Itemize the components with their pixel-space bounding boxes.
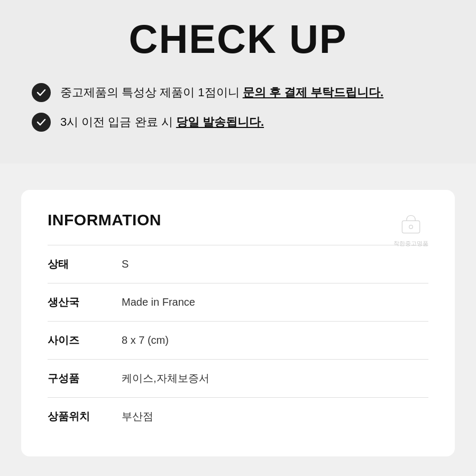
page-title: CHECK UP	[32, 16, 444, 62]
info-value-origin: Made in France	[122, 296, 195, 308]
info-label-status: 상태	[48, 257, 122, 271]
info-value-size: 8 x 7 (cm)	[122, 334, 169, 346]
info-row-components: 구성품 케이스,자체보증서	[48, 359, 428, 397]
check-item-1-text: 중고제품의 특성상 제품이 1점이니 문의 후 결제 부탁드립니다.	[60, 85, 383, 101]
info-label-components: 구성품	[48, 371, 122, 386]
info-value-location: 부산점	[122, 409, 153, 424]
info-label-location: 상품위치	[48, 409, 122, 424]
info-row-status: 상태 S	[48, 245, 428, 283]
checkmark-icon-2	[32, 113, 51, 132]
check-items-list: 중고제품의 특성상 제품이 1점이니 문의 후 결제 부탁드립니다. 3시 이전…	[32, 83, 444, 132]
info-row-size: 사이즈 8 x 7 (cm)	[48, 321, 428, 359]
info-table: 상태 S 생산국 Made in France 사이즈 8 x 7 (cm) 구…	[48, 245, 428, 435]
info-label-size: 사이즈	[48, 333, 122, 347]
svg-point-1	[409, 225, 413, 229]
brand-watermark: 착한중고명품	[393, 211, 428, 247]
info-row-location: 상품위치 부산점	[48, 397, 428, 435]
svg-rect-0	[402, 221, 419, 233]
info-title: INFORMATION	[48, 211, 428, 229]
info-value-components: 케이스,자체보증서	[122, 371, 209, 386]
check-item-2-text: 3시 이전 입금 완료 시 당일 발송됩니다.	[60, 114, 264, 131]
top-section: CHECK UP 중고제품의 특성상 제품이 1점이니 문의 후 결제 부탁드립…	[0, 0, 476, 163]
info-value-status: S	[122, 258, 129, 270]
brand-name-watermark: 착한중고명품	[393, 240, 428, 247]
check-item-1-highlight: 문의 후 결제 부탁드립니다.	[243, 86, 383, 99]
checkmark-icon-1	[32, 83, 51, 102]
info-card: INFORMATION 착한중고명품 상태 S 생산국 Made in Fran…	[21, 190, 455, 456]
check-item-2-highlight: 당일 발송됩니다.	[176, 115, 264, 129]
info-label-origin: 생산국	[48, 295, 122, 309]
check-item-2: 3시 이전 입금 완료 시 당일 발송됩니다.	[32, 113, 444, 132]
check-item-1: 중고제품의 특성상 제품이 1점이니 문의 후 결제 부탁드립니다.	[32, 83, 444, 102]
info-row-origin: 생산국 Made in France	[48, 283, 428, 321]
bottom-section: INFORMATION 착한중고명품 상태 S 생산국 Made in Fran…	[0, 163, 476, 476]
